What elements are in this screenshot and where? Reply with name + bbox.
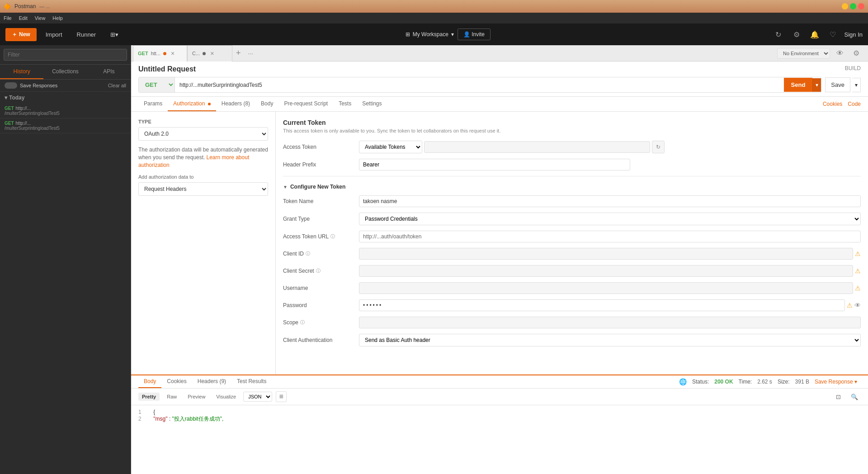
environment-select[interactable]: No Environment <box>777 48 830 59</box>
format-tab-preview[interactable]: Preview <box>184 393 209 401</box>
chevron-down-icon: ▾ <box>5 95 7 101</box>
minimize-button[interactable] <box>842 3 848 9</box>
req-tab-authorization[interactable]: Authorization <box>168 97 216 111</box>
copy-response-button[interactable]: ⊡ <box>832 390 844 403</box>
cookies-link[interactable]: Cookies <box>823 101 842 107</box>
client-id-input[interactable] <box>359 248 853 260</box>
access-token-input[interactable] <box>424 141 650 153</box>
request-tab-1[interactable]: C... × <box>187 45 232 62</box>
req-tab-prerequest[interactable]: Pre-request Script <box>278 97 333 111</box>
sidebar-tab-apis[interactable]: APIs <box>87 65 131 79</box>
header-prefix-label: Header Prefix <box>283 161 355 168</box>
search-input[interactable] <box>4 49 127 61</box>
titlebar: 🔶 Postman — ... <box>0 0 868 13</box>
url-input[interactable] <box>175 78 784 92</box>
response-tab-headers[interactable]: Headers (9) <box>192 375 231 388</box>
env-settings-button[interactable]: ⚙ <box>850 47 863 60</box>
current-token-desc: This access token is only available to y… <box>283 128 861 133</box>
search-response-button[interactable]: 🔍 <box>848 390 861 403</box>
username-input[interactable] <box>359 282 853 294</box>
grid-icon: ⊞ <box>406 31 410 38</box>
method-select[interactable]: GET <box>139 77 175 92</box>
sync-button[interactable]: ↻ <box>772 28 785 41</box>
notification-button[interactable]: 🔔 <box>808 28 821 41</box>
runner-button[interactable]: Runner <box>71 28 102 41</box>
sign-in-button[interactable]: Sign In <box>844 31 863 38</box>
main-layout: History Collections APIs Save Responses … <box>0 45 868 474</box>
new-tab-button[interactable]: + <box>232 48 245 58</box>
req-tab-body[interactable]: Body <box>255 97 278 111</box>
maximize-button[interactable] <box>850 3 856 9</box>
heart-button[interactable]: ♡ <box>826 28 839 41</box>
password-input[interactable] <box>359 299 845 311</box>
send-dropdown-button[interactable]: ▾ <box>812 78 821 92</box>
build-label: BUILD <box>845 65 861 71</box>
layout-button[interactable]: ⊞▾ <box>105 28 124 41</box>
tab-more-button[interactable]: ··· <box>245 50 257 57</box>
sidebar-tab-collections[interactable]: Collections <box>43 65 87 79</box>
info-icon: ⓘ <box>316 268 321 274</box>
json-content: { <box>153 409 155 415</box>
warning-icon: ⚠ <box>847 302 853 309</box>
response-tab-tests[interactable]: Test Results <box>231 375 272 388</box>
sidebar-tab-history[interactable]: History <box>0 65 43 79</box>
settings-button[interactable]: ⚙ <box>790 28 803 41</box>
sync-token-button[interactable]: ↻ <box>652 141 665 153</box>
scope-row: Scope ⓘ <box>283 317 861 328</box>
tab-close-icon[interactable]: × <box>171 50 175 57</box>
env-eye-button[interactable]: 👁 <box>834 47 846 60</box>
format-tab-raw[interactable]: Raw <box>163 393 180 401</box>
auth-description: The authorization data will be automatic… <box>138 146 268 169</box>
import-button[interactable]: Import <box>40 28 68 41</box>
req-tab-params[interactable]: Params <box>138 97 168 111</box>
grant-type-select[interactable]: Password Credentials <box>359 213 861 225</box>
save-responses-toggle[interactable] <box>5 82 17 89</box>
format-tab-visualize[interactable]: Visualize <box>212 393 240 401</box>
menu-help[interactable]: Help <box>52 15 63 21</box>
req-tab-headers[interactable]: Headers (8) <box>216 97 255 111</box>
client-id-label: Client ID ⓘ <box>283 251 355 257</box>
clear-all-button[interactable]: Clear all <box>108 83 126 88</box>
menu-file[interactable]: File <box>4 15 12 21</box>
response-tab-body[interactable]: Body <box>138 375 161 388</box>
format-type-select[interactable]: JSON <box>243 392 272 402</box>
client-auth-select[interactable]: Send as Basic Auth header <box>359 334 861 346</box>
save-response-button[interactable]: Save Response ▾ <box>815 379 857 385</box>
workspace-button[interactable]: ⊞ My Workspace ▾ <box>406 31 454 38</box>
save-dropdown-button[interactable]: ▾ <box>852 78 861 92</box>
code-link[interactable]: Code <box>848 101 861 107</box>
auth-left-panel: TYPE OAuth 2.0 The authorization data wi… <box>131 112 276 374</box>
app-title: Postman <box>14 3 36 9</box>
menu-view[interactable]: View <box>35 15 46 21</box>
history-item-1[interactable]: GET http://... /multerSurprintingloadTes… <box>0 118 131 133</box>
wrap-button[interactable]: ≡ <box>276 391 287 402</box>
header-prefix-input[interactable] <box>359 159 630 171</box>
close-button[interactable] <box>858 3 864 9</box>
configure-token-header[interactable]: ▼ Configure New Token <box>283 184 861 190</box>
req-tab-tests[interactable]: Tests <box>333 97 357 111</box>
show-password-icon[interactable]: 👁 <box>854 302 861 309</box>
scope-input[interactable] <box>359 317 861 328</box>
token-name-input[interactable] <box>359 195 861 207</box>
menu-edit[interactable]: Edit <box>19 15 28 21</box>
auth-type-select[interactable]: OAuth 2.0 <box>138 127 268 141</box>
time-value: 2.62 s <box>757 379 772 385</box>
save-button[interactable]: Save <box>825 77 850 92</box>
access-token-row: Access Token Available Tokens ↻ <box>283 141 861 153</box>
new-button[interactable]: ＋ New <box>5 28 37 41</box>
access-token-url-input[interactable] <box>359 231 861 242</box>
line-number: 2 <box>138 416 152 422</box>
add-auth-select[interactable]: Request Headers <box>138 182 268 196</box>
req-tab-settings[interactable]: Settings <box>357 97 387 111</box>
response-format-bar: Pretty Raw Preview Visualize JSON ≡ ⊡ 🔍 <box>131 389 868 405</box>
send-button[interactable]: Send <box>784 78 813 92</box>
invite-button[interactable]: 👤 Invite <box>458 28 491 40</box>
response-tab-cookies[interactable]: Cookies <box>161 375 192 388</box>
client-secret-input[interactable] <box>359 265 853 277</box>
client-auth-row: Client Authentication Send as Basic Auth… <box>283 334 861 346</box>
tab-close-icon-2[interactable]: × <box>210 50 214 57</box>
access-token-dropdown[interactable]: Available Tokens <box>359 141 422 153</box>
history-item-0[interactable]: GET http://... /multerSurprintingloadTes… <box>0 104 131 118</box>
request-tab-0[interactable]: GET htt... × <box>133 45 187 62</box>
format-tab-pretty[interactable]: Pretty <box>138 393 160 401</box>
